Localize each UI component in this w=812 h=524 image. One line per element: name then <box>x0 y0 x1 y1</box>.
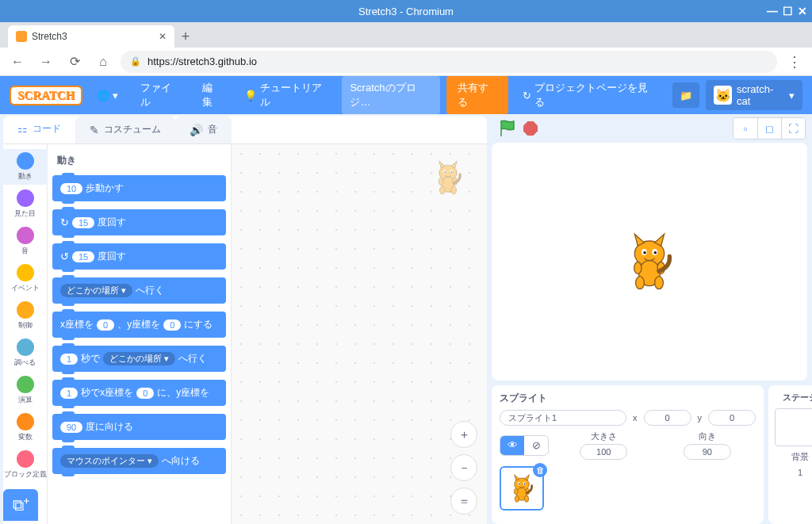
category-見た目[interactable]: 見た目 <box>3 186 48 222</box>
see-project-page-button[interactable]: ↻プロジェクトページを見る <box>515 76 660 114</box>
workspace[interactable]: ＋ － ＝ <box>232 144 487 524</box>
tab-costumes[interactable]: ✎コスチューム <box>75 116 175 143</box>
category-制御[interactable]: 制御 <box>3 298 48 334</box>
stage-thumbnail[interactable] <box>775 408 812 446</box>
trash-icon: 🗑 <box>536 465 545 475</box>
category-イベント[interactable]: イベント <box>3 261 48 296</box>
category-dot-icon <box>17 450 34 468</box>
block-goto-xy[interactable]: x座標を 0 、y座標を 0 にする <box>52 312 226 338</box>
stop-button[interactable] <box>523 121 538 136</box>
sprite-thumb-icon <box>508 472 536 504</box>
category-音[interactable]: 音 <box>3 224 48 259</box>
sprite-dir-input[interactable]: 90 <box>684 444 731 460</box>
window-close-icon[interactable]: ✕ <box>798 5 807 17</box>
share-button[interactable]: 共有する <box>446 76 508 114</box>
zoom-reset-button[interactable]: ＝ <box>450 488 477 514</box>
costume-icon: ✎ <box>90 124 99 136</box>
block-point-towards[interactable]: マウスのポインター ▾ へ向ける <box>52 448 226 474</box>
delete-sprite-button[interactable]: 🗑 <box>533 463 547 477</box>
sound-icon: 🔊 <box>190 124 203 136</box>
window-titlebar: Stretch3 - Chromium — ☐ ✕ <box>0 0 812 22</box>
browser-toolbar: ← → ⟳ ⌂ 🔒 https://stretch3.github.io ⋮ <box>0 48 812 76</box>
zoom-in-button[interactable]: ＋ <box>450 421 477 448</box>
block-turn-ccw[interactable]: ↺ 15 度回す <box>52 243 226 270</box>
tab-close-icon[interactable]: ✕ <box>159 31 167 42</box>
browser-tab-strip: Stretch3 ✕ + <box>0 22 812 48</box>
editor-body: 動き見た目音イベント制御調べる演算変数ブロック定義 動き 10 歩動かす ↻ 1… <box>3 144 487 524</box>
category-動き[interactable]: 動き <box>3 149 48 185</box>
sprite-x-input[interactable]: 0 <box>644 410 691 426</box>
tutorials-button[interactable]: 💡チュートリアル <box>236 76 336 114</box>
lightbulb-icon: 💡 <box>244 90 257 101</box>
category-変数[interactable]: 変数 <box>3 410 48 446</box>
globe-icon: 🌐 <box>97 90 109 101</box>
my-stuff-button[interactable]: 📁 <box>672 82 699 108</box>
back-button[interactable]: ← <box>6 51 29 73</box>
new-tab-button[interactable]: + <box>174 25 197 48</box>
hide-sprite-button[interactable]: ⊘ <box>524 436 548 455</box>
url-text: https://stretch3.github.io <box>147 55 257 67</box>
category-ブロック定義[interactable]: ブロック定義 <box>3 447 48 483</box>
file-menu[interactable]: ファイル <box>132 76 188 114</box>
green-flag-button[interactable] <box>498 119 517 138</box>
url-field[interactable]: 🔒 https://stretch3.github.io <box>121 51 777 73</box>
block-glide-xy[interactable]: 1 秒でx座標を 0 に、y座標を <box>52 380 226 406</box>
account-menu[interactable]: 🐱 scratch-cat▾ <box>706 80 802 110</box>
stage-panel-title: ステージ <box>783 392 812 404</box>
glide-dropdown[interactable]: どこかの場所 ▾ <box>103 352 175 365</box>
show-sprite-button[interactable]: 👁 <box>500 436 524 455</box>
block-goto[interactable]: どこかの場所 ▾ へ行く <box>52 277 226 304</box>
browser-tab[interactable]: Stretch3 ✕ <box>8 25 174 48</box>
zoom-out-button[interactable]: － <box>450 454 477 481</box>
category-dot-icon <box>17 152 34 170</box>
edit-menu[interactable]: 編集 <box>194 76 230 114</box>
category-dot-icon <box>17 301 34 319</box>
stage-fullscreen-button[interactable]: ⛶ <box>781 118 805 139</box>
home-button[interactable]: ⌂ <box>92 51 114 73</box>
category-dot-icon <box>17 376 34 393</box>
sprite-size-input[interactable]: 100 <box>580 444 627 460</box>
window-maximize-icon[interactable]: ☐ <box>783 5 793 17</box>
goto-dropdown[interactable]: どこかの場所 ▾ <box>60 284 132 297</box>
browser-menu-button[interactable]: ⋮ <box>783 53 806 71</box>
category-調べる[interactable]: 調べる <box>3 335 48 371</box>
sprite-on-stage[interactable] <box>622 230 677 293</box>
sprite-panel-title: スプライト <box>500 392 756 405</box>
point-towards-dropdown[interactable]: マウスのポインター ▾ <box>60 454 159 468</box>
rotate-ccw-icon: ↺ <box>60 251 69 262</box>
window-minimize-icon[interactable]: — <box>767 5 778 17</box>
window-title: Stretch3 - Chromium <box>358 6 454 17</box>
stage-small-button[interactable]: ▫ <box>733 118 757 139</box>
add-extension-button[interactable]: ⧉⁺ <box>3 489 38 521</box>
scratch-logo[interactable]: SCRATCH <box>10 86 82 105</box>
tab-sounds[interactable]: 🔊音 <box>175 116 232 143</box>
language-menu[interactable]: 🌐▾ <box>89 85 126 106</box>
workspace-watermark-icon <box>431 159 465 197</box>
scratch-menubar: SCRATCH 🌐▾ ファイル 編集 💡チュートリアル Scratchのプロジ…… <box>0 76 812 114</box>
category-演算[interactable]: 演算 <box>3 373 48 408</box>
stage[interactable] <box>492 143 807 381</box>
stage-large-button[interactable]: ◻ <box>757 118 781 139</box>
category-dot-icon <box>17 189 34 207</box>
project-title-input[interactable]: Scratchのプロジ… <box>342 76 440 114</box>
block-glide-to[interactable]: 1 秒で どこかの場所 ▾ へ行く <box>52 346 226 372</box>
eye-off-icon: ⊘ <box>532 439 541 451</box>
sprite-thumbnail[interactable]: 🗑 <box>500 466 544 511</box>
rotate-cw-icon: ↻ <box>60 216 69 228</box>
editor-tabs: ⚏コード ✎コスチューム 🔊音 <box>3 116 487 144</box>
eye-icon: 👁 <box>508 439 518 451</box>
sprite-y-input[interactable]: 0 <box>708 410 756 426</box>
category-dot-icon <box>17 227 34 244</box>
reload-button[interactable]: ⟳ <box>63 51 86 73</box>
tab-code[interactable]: ⚏コード <box>3 116 75 143</box>
extension-icon: ⧉⁺ <box>13 496 29 514</box>
block-point-dir[interactable]: 90 度に向ける <box>52 414 226 440</box>
category-column: 動き見た目音イベント制御調べる演算変数ブロック定義 <box>3 144 48 524</box>
block-turn-cw[interactable]: ↻ 15 度回す <box>52 209 226 235</box>
sprite-name-input[interactable] <box>500 410 626 426</box>
forward-button[interactable]: → <box>35 51 57 73</box>
category-dot-icon <box>17 338 34 356</box>
block-move-steps[interactable]: 10 歩動かす <box>52 175 226 201</box>
category-dot-icon <box>17 264 34 281</box>
block-palette: 動き 10 歩動かす ↻ 15 度回す ↺ 15 度回す どこかの場所 ▾ <box>48 144 232 524</box>
